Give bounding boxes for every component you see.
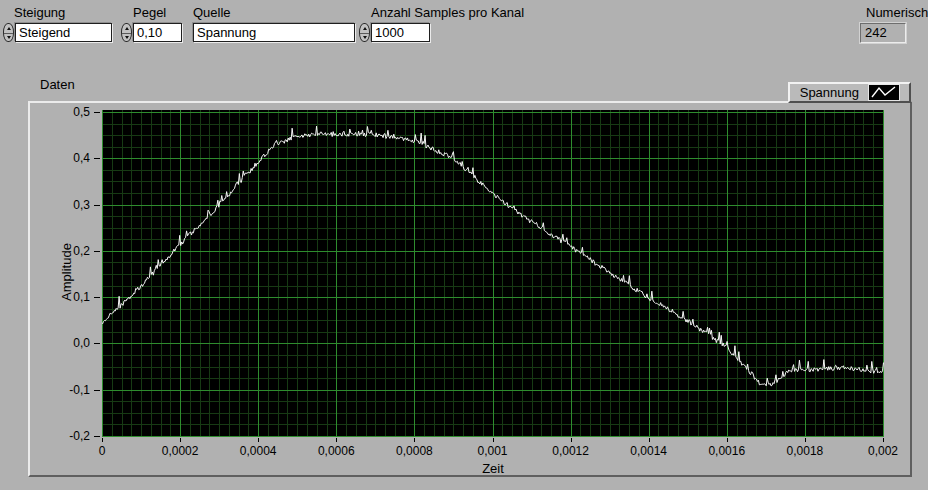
y-tick-label: 0,5 (40, 105, 90, 119)
y-tick-label: 0,0 (40, 336, 90, 350)
legend-button[interactable]: Spannung (788, 82, 911, 103)
y-tick-mark (94, 343, 100, 344)
x-tick-mark (883, 438, 884, 442)
increment-icon[interactable] (4, 24, 13, 34)
x-tick-label: 0,0004 (228, 445, 288, 458)
x-tick-mark (414, 438, 415, 442)
y-tick-label: 0,2 (40, 244, 90, 258)
y-tick-mark (94, 205, 100, 206)
quelle-field[interactable] (193, 23, 355, 42)
x-tick-label: 0 (72, 445, 132, 458)
y-tick-label: 0,3 (40, 198, 90, 212)
pegel-label: Pegel (133, 5, 166, 20)
y-tick-mark (94, 158, 100, 159)
x-tick-mark (180, 438, 181, 442)
x-tick-label: 0,0002 (150, 445, 210, 458)
legend-label: Spannung (800, 85, 859, 100)
anzahl-samples-label: Anzahl Samples pro Kanal (371, 5, 524, 20)
y-tick-mark (94, 390, 100, 391)
front-panel: Steigung Pegel Quelle Anzahl Samples pro… (0, 0, 928, 490)
quelle-label: Quelle (193, 5, 231, 20)
anzahl-samples-field[interactable] (371, 23, 430, 42)
x-tick-mark (336, 438, 337, 442)
y-tick-label: 0,1 (40, 290, 90, 304)
steigung-spinner (3, 23, 14, 42)
increment-icon[interactable] (122, 24, 131, 34)
x-tick-label: 0,001 (463, 445, 523, 458)
steigung-field[interactable] (15, 23, 112, 42)
y-tick-mark (94, 112, 100, 113)
x-tick-label: 0,0016 (697, 445, 757, 458)
x-tick-mark (649, 438, 650, 442)
y-tick-mark (94, 297, 100, 298)
x-axis-label: Zeit (463, 461, 523, 476)
y-tick-label: -0,1 (40, 383, 90, 397)
anzahl-samples-spinner (359, 23, 370, 42)
numerisch-label: Numerisch (866, 5, 928, 20)
increment-icon[interactable] (360, 24, 369, 34)
y-tick-label: 0,4 (40, 151, 90, 165)
plot-area (102, 110, 884, 437)
x-tick-mark (493, 438, 494, 442)
numerisch-indicator: 242 (860, 23, 906, 43)
graph-title: Daten (40, 77, 75, 92)
x-tick-mark (258, 438, 259, 442)
y-tick-label: -0,2 (40, 429, 90, 443)
x-tick-label: 0,0006 (306, 445, 366, 458)
pegel-field[interactable] (133, 23, 182, 42)
x-tick-mark (727, 438, 728, 442)
x-tick-label: 0,0014 (619, 445, 679, 458)
decrement-icon[interactable] (360, 34, 369, 43)
x-tick-mark (102, 438, 103, 442)
decrement-icon[interactable] (122, 34, 131, 43)
pegel-spinner (121, 23, 132, 42)
x-tick-label: 0,0018 (775, 445, 835, 458)
y-tick-mark (94, 436, 100, 437)
steigung-label: Steigung (14, 5, 65, 20)
x-tick-mark (805, 438, 806, 442)
y-tick-mark (94, 251, 100, 252)
x-tick-label: 0,0008 (384, 445, 444, 458)
x-tick-mark (571, 438, 572, 442)
x-tick-label: 0,002 (853, 445, 913, 458)
x-tick-label: 0,0012 (541, 445, 601, 458)
decrement-icon[interactable] (4, 34, 13, 43)
waveform-icon (868, 84, 900, 101)
